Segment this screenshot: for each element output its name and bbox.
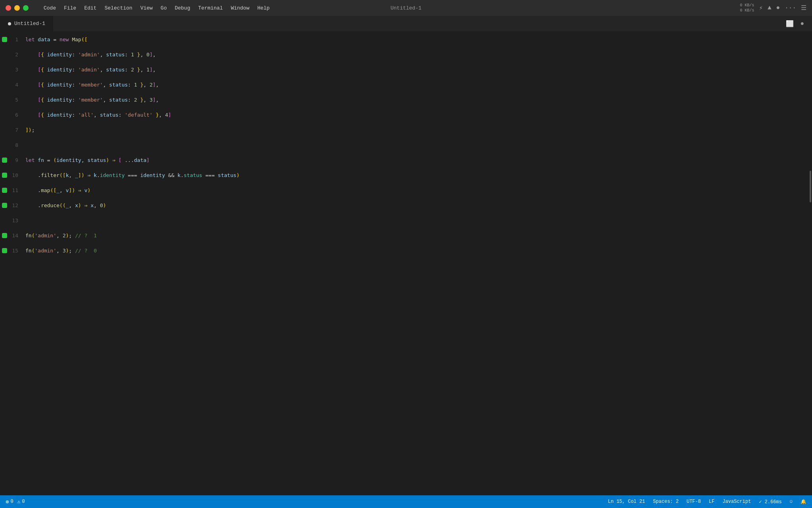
- breakpoint-cell[interactable]: [0, 37, 9, 42]
- token-plain: ,: [143, 97, 149, 103]
- token-bracket: ([: [50, 187, 57, 193]
- token-arr: ⇒: [88, 172, 91, 178]
- token-plain: [44, 97, 47, 103]
- token-plain: ,: [140, 67, 147, 73]
- menu-terminal[interactable]: Terminal: [194, 4, 227, 13]
- token-bracket2: [: [38, 97, 41, 103]
- token-kw: let: [25, 157, 34, 163]
- menu-code[interactable]: Code: [40, 4, 60, 13]
- token-bracket2: [: [38, 82, 41, 88]
- breakpoint-cell[interactable]: [0, 203, 9, 208]
- token-plain: :: [125, 67, 131, 73]
- token-var: k: [94, 172, 97, 178]
- window-title: Untitled-1: [391, 5, 421, 11]
- token-bracket: ([: [81, 37, 88, 42]
- menu-go[interactable]: Go: [157, 4, 171, 13]
- menu-debug[interactable]: Debug: [171, 4, 194, 13]
- token-plain: ,: [59, 187, 66, 193]
- menu-selection[interactable]: Selection: [101, 4, 136, 13]
- token-prop: status: [184, 172, 202, 178]
- split-editor-icon[interactable]: ⬜: [786, 20, 794, 28]
- tabbar: Untitled-1 ⬜ ●: [0, 16, 812, 32]
- menu-view[interactable]: View: [136, 4, 157, 13]
- maximize-button[interactable]: [23, 5, 29, 11]
- language-mode[interactable]: JavaScript: [722, 499, 751, 504]
- table-row: [{ identity: 'member', status: 1 }, 2],: [25, 77, 806, 92]
- error-count[interactable]: ⊗ 0 ⚠ 0: [6, 498, 25, 505]
- file-encoding[interactable]: UTF-8: [687, 499, 701, 504]
- notifications-icon[interactable]: 🔔: [801, 499, 806, 505]
- token-plain: :: [128, 97, 134, 103]
- token-plain: [202, 172, 205, 178]
- token-num: 4: [165, 112, 168, 118]
- menu-window[interactable]: Window: [227, 4, 253, 13]
- table-row: .filter([k, _]) ⇒ k.identity === identit…: [25, 167, 806, 183]
- breakpoint-cell[interactable]: [0, 158, 9, 163]
- gutter-row: 2: [0, 47, 24, 62]
- token-str: 'admin': [34, 248, 56, 254]
- cursor-position[interactable]: Ln 15, Col 21: [608, 499, 645, 504]
- gutter-row: 15: [0, 243, 24, 258]
- token-var: data: [38, 37, 50, 42]
- gutter-row: 4: [0, 77, 24, 92]
- menu-help[interactable]: Help: [253, 4, 274, 13]
- token-arr: ⇒: [78, 187, 81, 193]
- breakpoint-cell[interactable]: [0, 173, 9, 178]
- token-ident-key: status: [109, 97, 128, 103]
- token-plain: ,: [156, 97, 159, 103]
- token-plain: :: [72, 97, 78, 103]
- token-plain: [25, 67, 38, 73]
- token-num: 2: [63, 233, 66, 239]
- token-plain: ,: [143, 82, 149, 88]
- token-ident-key: identity: [47, 52, 72, 58]
- token-ident-key: identity: [47, 97, 72, 103]
- scrollbar-thumb[interactable]: [810, 171, 811, 202]
- titlebar: Code File Edit Selection View Go Debug T…: [0, 0, 812, 16]
- more-actions-icon[interactable]: ●: [800, 20, 804, 27]
- gutter-row: 8: [0, 137, 24, 152]
- line-ending[interactable]: LF: [709, 499, 714, 504]
- token-plain: ,: [100, 67, 106, 73]
- token-plain: [44, 112, 47, 118]
- line-number: 3: [9, 67, 24, 73]
- line-number: 4: [9, 82, 24, 88]
- tab-untitled[interactable]: Untitled-1: [0, 16, 54, 32]
- token-num: 2: [134, 97, 137, 103]
- breakpoint-cell[interactable]: [0, 248, 9, 253]
- token-plain: [25, 112, 38, 118]
- token-plain: [84, 172, 88, 178]
- token-plain: ,: [153, 52, 156, 58]
- table-row: [25, 137, 806, 152]
- table-row: fn('admin', 2); // ? 1: [25, 228, 806, 243]
- code-editor[interactable]: 123456789101112131415 let data = new Map…: [0, 32, 806, 495]
- line-number: 5: [9, 97, 24, 103]
- token-plain: ,: [69, 172, 75, 178]
- breakpoint-cell[interactable]: [0, 233, 9, 238]
- indentation[interactable]: Spaces: 2: [653, 499, 679, 504]
- statusbar: ⊗ 0 ⚠ 0 Ln 15, Col 21 Spaces: 2 UTF-8 LF…: [0, 495, 812, 508]
- breakpoint-cell[interactable]: [0, 188, 9, 193]
- token-bracket: ([: [59, 172, 66, 178]
- apple-menu[interactable]: [32, 6, 40, 10]
- tab-label: Untitled-1: [14, 21, 45, 27]
- token-plain: :: [72, 52, 78, 58]
- token-var: _: [75, 172, 78, 178]
- token-bracket: {: [41, 112, 44, 118]
- token-plain: [122, 157, 125, 163]
- feedback-icon[interactable]: ☺: [790, 499, 793, 504]
- token-cmt: // ? 0: [75, 248, 97, 254]
- token-bracket: }: [156, 112, 159, 118]
- vertical-scrollbar[interactable]: [806, 32, 812, 495]
- minimize-button[interactable]: [14, 5, 20, 11]
- menu-file[interactable]: File: [60, 4, 80, 13]
- token-bracket: (: [53, 157, 56, 163]
- token-plain: [137, 82, 140, 88]
- status-left: ⊗ 0 ⚠ 0: [6, 498, 25, 505]
- close-button[interactable]: [6, 5, 11, 11]
- token-var: status: [218, 172, 236, 178]
- token-plain: [153, 112, 156, 118]
- menu-edit[interactable]: Edit: [80, 4, 100, 13]
- gutter-row: 12: [0, 198, 24, 213]
- token-num: 1: [146, 67, 149, 73]
- line-number: 10: [9, 172, 24, 178]
